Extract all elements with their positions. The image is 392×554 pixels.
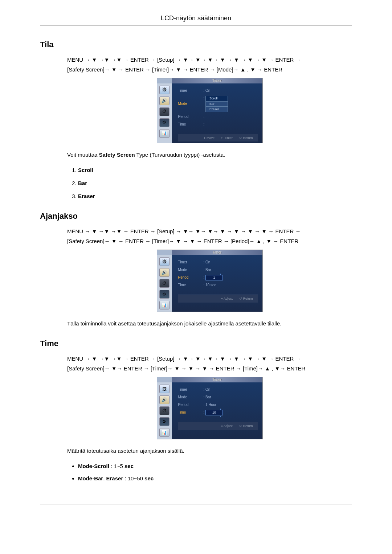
footer-return: ↺ Return [239, 135, 253, 140]
nav-safety-screen-label: [Safety Screen] [67, 238, 105, 244]
nav-text: MENU → ▼ →▼ →▼ → ENTER → [67, 356, 157, 362]
osd-sidebar: 🖼 🔊 ⏱ ⚙ 📊 [157, 255, 172, 312]
nav-setup-label: [Setup] [157, 356, 175, 362]
period-spinner: 1 [205, 275, 223, 280]
osd-screenshot-ajanjakso: Timer 🖼 🔊 ⏱ ⚙ 📊 Timer : On Mode [157, 250, 263, 312]
osd-label: Mode [178, 394, 204, 400]
list-item: Eraser [78, 192, 352, 201]
nav-text: → ▼ → ENTER → [169, 66, 217, 73]
sound-icon: 🔊 [159, 268, 170, 277]
nav-safety-screen-label: [Safety Screen] [67, 365, 105, 372]
txt: : 10~50 [123, 475, 144, 481]
osd-value: : On [204, 88, 258, 94]
nav-timer-label: [Timer] [152, 238, 169, 244]
sound-icon: 🔊 [159, 97, 170, 105]
osd-label: Timer [178, 88, 204, 94]
nav-timer-label: [Timer] [152, 66, 169, 73]
dropdown-option-eraser: Eraser [205, 107, 228, 112]
nav-path-tila: MENU → ▼ →▼ →▼ → ENTER → [Setup] → ▼→ ▼→… [67, 55, 352, 74]
osd-label: Period [178, 114, 204, 120]
dropdown-option-bar: Bar [205, 101, 228, 107]
list-item-label: Eraser [78, 193, 95, 199]
sep: , [103, 475, 106, 481]
osd-row-period: Period : [178, 114, 258, 120]
list-item: Scroll [78, 166, 352, 175]
nav-text: → ▼→ ▼→ ▼→ ▼ → ▼ → ▼ → ▼ → ENTER → [174, 356, 301, 362]
osd-body: 🖼 🔊 ⏱ ⚙ 📊 Timer : On Mode : [157, 83, 262, 143]
osd-label: Time [178, 410, 204, 415]
page-footer-line [40, 505, 352, 505]
info-icon: 📊 [159, 129, 170, 138]
osd-title: Timer [212, 78, 221, 84]
osd-row-mode: Mode : Bar [178, 267, 258, 273]
osd-label: Time [178, 282, 204, 288]
footer-return: ↺ Return [239, 296, 253, 301]
footer-adjust: ♦ Adjust [221, 423, 233, 428]
page-header: LCD-näytön säätäminen [40, 15, 352, 25]
osd-header: Timer [157, 250, 262, 255]
nav-text: MENU → ▼ →▼ →▼ → ENTER → [67, 228, 157, 234]
footer-enter: ↵ Enter [221, 135, 233, 140]
list-item: Mode-Scroll : 1~5 sec [78, 462, 352, 471]
osd-value: : On [204, 259, 258, 265]
osd-body: 🖼 🔊 ⏱ ⚙ 📊 Timer : On Mode : Bar [157, 382, 262, 439]
osd-footer: ♦ Move ↵ Enter ↺ Return [178, 134, 258, 141]
osd-value: : 10 sec [204, 282, 258, 288]
osd-title: Timer [212, 377, 221, 383]
nav-text: → ▼ → ▼ → ENTER → [169, 238, 230, 244]
osd-row-mode: Mode : Scroll Bar Eraser [178, 95, 258, 112]
osd-row-period: Period : 1 [178, 275, 258, 280]
b1: Mode [78, 475, 92, 481]
osd-row-timer: Timer : On [178, 88, 258, 94]
document-page: LCD-näytön säätäminen Tila MENU → ▼ →▼ →… [0, 0, 392, 520]
list-item: Bar [78, 179, 352, 188]
osd-main: Timer : On Mode : Bar Period : 1 Hour Ti… [172, 382, 262, 439]
b2: Bar [94, 475, 103, 481]
osd-main: Timer : On Mode : Bar Period : 1 Time : … [172, 255, 262, 312]
osd-value: : 1 Hour [204, 402, 258, 408]
footer-adjust: ♦ Adjust [221, 296, 233, 301]
osd-label: Period [178, 275, 204, 280]
osd-row-period: Period : 1 Hour [178, 402, 258, 408]
time-description: Määritä toteutusaika asetetun ajanjakson… [67, 447, 352, 455]
osd-value: : 10 [204, 410, 258, 415]
tila-description: Voit muuttaa Safety Screen Type (Turvaru… [67, 151, 352, 159]
osd-footer: ♦ Adjust ↺ Return [178, 295, 258, 302]
type-list: Scroll Bar Eraser [67, 166, 352, 201]
b3: sec [124, 463, 134, 469]
content-time: MENU → ▼ →▼ →▼ → ENTER → [Setup] → ▼→ ▼→… [67, 354, 352, 483]
nav-path-ajanjakso: MENU → ▼ →▼ →▼ → ENTER → [Setup] → ▼→ ▼→… [67, 226, 352, 246]
nav-text: → ▲ , ▼→ ENTER [258, 365, 305, 372]
picture-icon: 🖼 [159, 385, 170, 393]
nav-text: → ▲ , ▼ → ENTER [249, 238, 299, 244]
ajanjakso-description: Tällä toiminnolla voit asettaa toteutusa… [67, 319, 352, 328]
nav-text: → ▼→ ▼→ ▼→ ▼ → ▼ → ▼ → ▼ → ENTER → [174, 228, 301, 234]
osd-row-mode: Mode : Bar [178, 394, 258, 400]
nav-path-time: MENU → ▼ →▼ →▼ → ENTER → [Setup] → ▼→ ▼→… [67, 354, 352, 373]
osd-header: Timer [157, 78, 262, 83]
setup-icon: ⏱ [159, 279, 170, 288]
osd-value: : [204, 114, 258, 120]
settings-icon: ⚙ [159, 118, 170, 127]
osd-label: Time [178, 122, 204, 127]
nav-text: → ▼→ ▼→ ▼→ ▼ → ▼ → ▼ → ▼ → ENTER → [174, 57, 301, 63]
nav-setup-label: [Setup] [157, 228, 175, 234]
osd-row-time: Time : [178, 122, 258, 127]
osd-label: Timer [178, 387, 204, 393]
dropdown-option-scroll: Scroll [205, 96, 228, 101]
time-spinner: 10 [205, 410, 223, 415]
osd-label: Period [178, 402, 204, 408]
b3: sec [144, 475, 154, 481]
desc-text: Type (Turvaruudun tyyppi) -asetusta. [135, 152, 225, 158]
section-title-time: Time [40, 339, 352, 348]
nav-setup-label: [Setup] [157, 57, 175, 63]
nav-text: → ▲ , ▼ → ENTER [233, 66, 283, 73]
osd-value: : On [204, 387, 258, 393]
setup-icon: ⏱ [159, 406, 170, 415]
sound-icon: 🔊 [159, 395, 170, 404]
footer-return: ↺ Return [239, 423, 253, 428]
osd-row-time: Time : 10 [178, 410, 258, 415]
osd-main: Timer : On Mode : Scroll Bar Eraser [172, 83, 262, 143]
nav-text: → ▼ → ENTER → [105, 66, 152, 73]
osd-row-timer: Timer : On [178, 259, 258, 265]
